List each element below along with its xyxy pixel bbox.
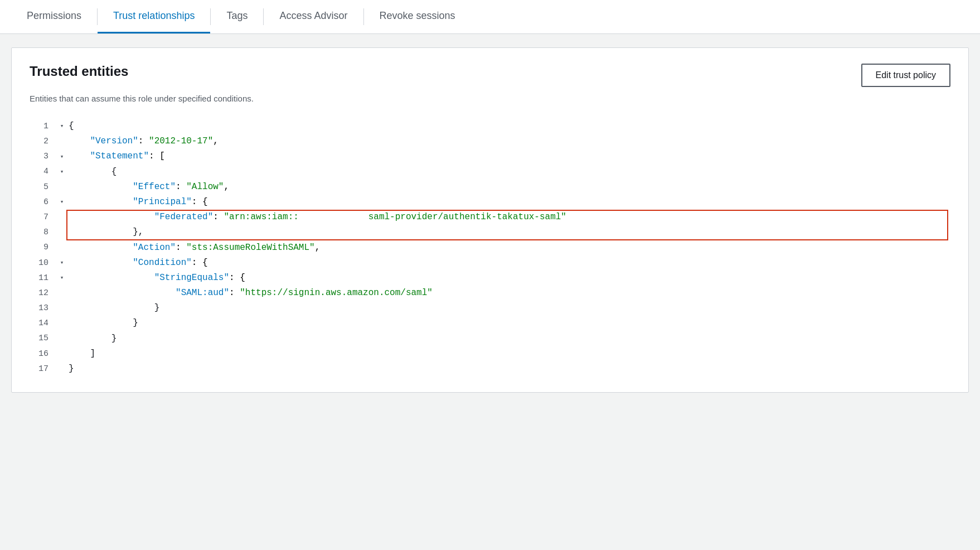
line-arrow-14 — [57, 316, 66, 331]
line-content-6: "Principal": { — [66, 195, 950, 210]
line-arrow-17 — [57, 361, 66, 377]
line-content-2: "Version": "2012-10-17", — [66, 134, 950, 149]
line-num-3: 3 — [30, 149, 57, 164]
code-editor: 1 ▾ { 2 "Version": "2012-10-17", 3 ▾ "St… — [30, 119, 950, 377]
line-content-3: "Statement": [ — [66, 149, 950, 164]
tab-trust-relationships[interactable]: Trust relationships — [98, 0, 210, 33]
code-line-13: 13 } — [30, 301, 950, 316]
code-line-4: 4 ▾ { — [30, 165, 950, 180]
line-num-2: 2 — [30, 134, 57, 149]
line-content-10: "Condition": { — [66, 255, 950, 271]
line-num-7: 7 — [30, 210, 57, 225]
code-line-10: 10 ▾ "Condition": { — [30, 255, 950, 271]
line-content-11: "StringEquals": { — [66, 271, 950, 286]
line-num-4: 4 — [30, 165, 57, 180]
code-line-5: 5 "Effect": "Allow", — [30, 180, 950, 195]
card-title-section: Trusted entities — [30, 64, 128, 79]
line-content-12: "SAML:aud": "https://signin.aws.amazon.c… — [66, 286, 950, 301]
line-arrow-13 — [57, 301, 66, 316]
line-num-5: 5 — [30, 180, 57, 195]
line-num-11: 11 — [30, 271, 57, 286]
line-arrow-2 — [57, 134, 66, 149]
edit-trust-policy-button[interactable]: Edit trust policy — [861, 64, 950, 87]
line-num-9: 9 — [30, 240, 57, 255]
line-content-13: } — [66, 301, 950, 316]
code-line-11: 11 ▾ "StringEquals": { — [30, 271, 950, 286]
tab-revoke-sessions[interactable]: Revoke sessions — [364, 0, 471, 33]
tab-permissions[interactable]: Permissions — [11, 0, 97, 33]
line-num-14: 14 — [30, 316, 57, 331]
code-line-14: 14 } — [30, 316, 950, 331]
line-content-1: { — [66, 119, 950, 134]
line-arrow-3[interactable]: ▾ — [57, 149, 66, 164]
code-line-8: 8 }, — [30, 225, 950, 240]
line-num-15: 15 — [30, 331, 57, 346]
line-arrow-5 — [57, 180, 66, 195]
line-arrow-9 — [57, 240, 66, 255]
code-line-15: 15 } — [30, 331, 950, 346]
line-arrow-11[interactable]: ▾ — [57, 271, 66, 286]
content-area: Trusted entities Edit trust policy Entit… — [0, 34, 980, 406]
code-line-12: 12 "SAML:aud": "https://signin.aws.amazo… — [30, 286, 950, 301]
tab-access-advisor[interactable]: Access Advisor — [264, 0, 363, 33]
code-line-9: 9 "Action": "sts:AssumeRoleWithSAML", — [30, 240, 950, 255]
line-num-1: 1 — [30, 119, 57, 134]
line-arrow-1[interactable]: ▾ — [57, 119, 66, 134]
line-arrow-7 — [57, 210, 66, 225]
code-line-6: 6 ▾ "Principal": { — [30, 195, 950, 210]
trusted-entities-card: Trusted entities Edit trust policy Entit… — [11, 47, 969, 393]
line-content-16: ] — [66, 346, 950, 361]
line-content-7: "Federated": "arn:aws:iam:: saml-provide… — [66, 210, 950, 225]
line-arrow-16 — [57, 346, 66, 361]
line-arrow-10[interactable]: ▾ — [57, 255, 66, 271]
line-content-17: } — [66, 361, 950, 377]
line-num-8: 8 — [30, 225, 57, 240]
code-line-1: 1 ▾ { — [30, 119, 950, 134]
line-content-15: } — [66, 331, 950, 346]
line-num-13: 13 — [30, 301, 57, 316]
highlight-region: 7 "Federated": "arn:aws:iam:: saml-provi… — [30, 210, 950, 240]
line-arrow-4[interactable]: ▾ — [57, 165, 66, 180]
line-num-6: 6 — [30, 195, 57, 210]
line-num-17: 17 — [30, 361, 57, 377]
code-line-3: 3 ▾ "Statement": [ — [30, 149, 950, 164]
line-content-4: { — [66, 165, 950, 180]
code-line-16: 16 ] — [30, 346, 950, 361]
card-title: Trusted entities — [30, 64, 128, 79]
line-num-12: 12 — [30, 286, 57, 301]
tabs-container: Permissions Trust relationships Tags Acc… — [0, 0, 980, 34]
line-content-8: }, — [66, 225, 950, 240]
code-line-7: 7 "Federated": "arn:aws:iam:: saml-provi… — [30, 210, 950, 225]
line-arrow-6[interactable]: ▾ — [57, 195, 66, 210]
line-arrow-15 — [57, 331, 66, 346]
line-content-5: "Effect": "Allow", — [66, 180, 950, 195]
line-arrow-12 — [57, 286, 66, 301]
line-num-16: 16 — [30, 346, 57, 361]
card-description: Entities that can assume this role under… — [30, 94, 950, 103]
line-content-9: "Action": "sts:AssumeRoleWithSAML", — [66, 240, 950, 255]
tab-tags[interactable]: Tags — [211, 0, 263, 33]
line-content-14: } — [66, 316, 950, 331]
code-line-17: 17 } — [30, 361, 950, 377]
line-num-10: 10 — [30, 255, 57, 271]
code-line-2: 2 "Version": "2012-10-17", — [30, 134, 950, 149]
card-header: Trusted entities Edit trust policy — [30, 64, 950, 87]
line-arrow-8 — [57, 225, 66, 240]
